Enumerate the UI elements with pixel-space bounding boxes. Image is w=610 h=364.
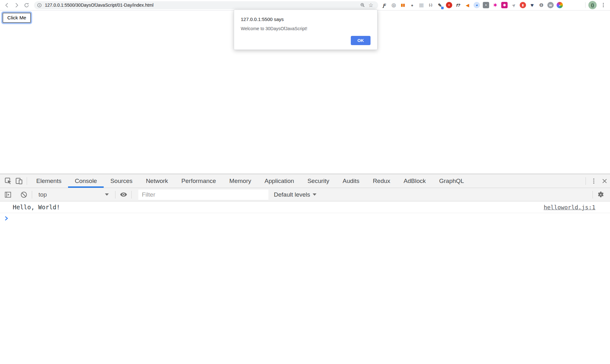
back-icon — [4, 2, 10, 8]
tab-sources[interactable]: Sources — [104, 174, 139, 188]
red-bookmark-extension-icon[interactable]: ▮ — [520, 2, 526, 8]
address-bar[interactable]: 127.0.0.1:5500/30DaysOfJavaScript/01-Day… — [34, 1, 378, 9]
reload-button[interactable] — [22, 0, 31, 10]
zoom-indicator-icon[interactable] — [358, 1, 367, 9]
tabbar-separator — [586, 177, 586, 185]
extension-badge — [552, 7, 554, 9]
stop-hand-extension-icon[interactable]: ● — [446, 2, 452, 8]
tab-application[interactable]: Application — [258, 174, 301, 188]
profile-avatar-glyph: {} — [591, 3, 594, 7]
device-toolbar-button[interactable] — [13, 176, 24, 186]
live-expression-eye-button[interactable] — [118, 189, 129, 200]
js-context-selector[interactable]: top — [35, 188, 113, 201]
reload-icon — [24, 2, 30, 8]
inspect-element-button[interactable] — [3, 176, 13, 186]
browser-toolbar: 127.0.0.1:5500/30DaysOfJavaScript/01-Day… — [0, 0, 610, 10]
clear-console-button[interactable] — [18, 189, 29, 200]
extension-badge — [395, 7, 398, 9]
back-button[interactable] — [2, 0, 12, 10]
megaphone-extension-icon[interactable]: ◀ — [464, 2, 471, 8]
tab-adblock[interactable]: AdBlock — [397, 174, 433, 188]
inspect-cursor-icon — [4, 177, 12, 185]
wave-extension-icon[interactable]: w — [547, 2, 554, 8]
f-question-extension-icon[interactable]: f? — [455, 2, 461, 8]
console-filter-input[interactable] — [138, 190, 268, 200]
tab-elements[interactable]: Elements — [30, 174, 68, 188]
extension-badge — [432, 7, 434, 9]
console-source-link[interactable]: helloworld.js:1 — [544, 204, 595, 211]
extension-badge — [469, 7, 471, 9]
heart-magnifier-extension-icon[interactable]: ♥ — [529, 2, 535, 8]
extension-badge — [561, 7, 564, 9]
tab-network[interactable]: Network — [139, 174, 175, 188]
console-toolbar: top Default levels — [0, 188, 610, 201]
log-levels-selector[interactable]: Default levels — [274, 191, 316, 198]
circle-dash-extension-icon[interactable]: ⊖ — [538, 2, 544, 8]
bookmark-star-icon[interactable]: ☆ — [367, 1, 375, 9]
devtools-tabs: Elements Console Sources Network Perform… — [30, 174, 471, 188]
code-brackets-extension-icon[interactable]: (-) — [427, 2, 434, 8]
extension-badge — [543, 7, 545, 9]
rainbow-ring-extension-icon[interactable]: ● — [557, 2, 563, 8]
url-text[interactable]: 127.0.0.1:5500/30DaysOfJavaScript/01-Day… — [45, 3, 358, 8]
extension-badge — [487, 7, 490, 9]
extension-badge — [524, 7, 527, 9]
tilted-arrow-extension-icon[interactable]: ➤ — [510, 2, 517, 8]
device-toolbar-icon — [15, 177, 23, 185]
tab-redux[interactable]: Redux — [366, 174, 397, 188]
clear-console-icon — [20, 191, 28, 199]
extension-badge — [515, 7, 517, 9]
tab-graphql[interactable]: GraphQL — [433, 174, 471, 188]
forward-icon — [14, 2, 20, 8]
kebab-menu-icon — [591, 178, 597, 184]
toolbar-separator — [131, 191, 132, 199]
pink-gear-extension-icon[interactable]: ✱ — [501, 2, 508, 8]
bug-extension-icon[interactable]: ● — [409, 2, 415, 8]
alert-message: Welcome to 30DaysOfJavaScript! — [241, 26, 371, 31]
console-prompt[interactable] — [0, 213, 610, 224]
toolbar-separator — [585, 2, 586, 8]
js-alert-dialog: 127.0.0.1:5500 says Welcome to 30DaysOfJ… — [234, 10, 378, 50]
extension-badge — [496, 7, 499, 9]
extension-badge — [506, 7, 508, 9]
console-messages: Hello, World! helloworld.js:1 — [0, 201, 610, 224]
chevron-down-icon — [105, 193, 109, 196]
tab-audits[interactable]: Audits — [336, 174, 366, 188]
toolbar-separator — [593, 191, 593, 199]
tab-memory[interactable]: Memory — [223, 174, 258, 188]
tab-console[interactable]: Console — [68, 174, 104, 188]
orbit-target-extension-icon[interactable]: ◎ — [391, 2, 397, 8]
extension-badge — [386, 7, 388, 9]
site-info-icon[interactable] — [37, 3, 42, 8]
tab-security[interactable]: Security — [301, 174, 336, 188]
profile-avatar[interactable]: {} — [588, 1, 597, 9]
devtools-close-button[interactable] — [599, 176, 610, 186]
forward-button[interactable] — [12, 0, 22, 10]
tab-performance[interactable]: Performance — [175, 174, 223, 188]
click-me-button[interactable]: Click Me — [3, 13, 31, 23]
devtools-tabbar: Elements Console Sources Network Perform… — [0, 174, 610, 188]
console-sidebar-toggle-button[interactable] — [3, 189, 13, 200]
blue-swirl-extension-icon[interactable]: ◕ — [474, 2, 480, 8]
orange-columns-extension-icon[interactable]: ▮▮ — [400, 2, 406, 8]
devtools-menu-button[interactable] — [588, 176, 599, 186]
sidebar-drawer-icon — [4, 191, 12, 199]
pink-hexagram-extension-icon[interactable]: ✶ — [492, 2, 498, 8]
extension-badge — [423, 7, 425, 9]
js-context-label: top — [38, 191, 105, 198]
console-settings-button[interactable] — [595, 189, 606, 200]
camera-extension-icon[interactable]: ● — [483, 2, 489, 8]
console-message-row: Hello, World! helloworld.js:1 — [0, 201, 610, 213]
kebab-menu-icon — [600, 2, 606, 8]
alert-ok-button[interactable]: OK — [351, 36, 371, 45]
close-icon — [601, 178, 608, 185]
browser-menu-button[interactable] — [599, 1, 607, 9]
extension-badge — [533, 7, 536, 9]
tabbar-separator — [27, 177, 27, 185]
eye-icon — [119, 190, 128, 199]
colorzilla-eyedropper-extension-icon[interactable]: ✎ — [437, 2, 443, 8]
extension-badge — [450, 7, 453, 9]
fireshot-extension-icon[interactable]: Ƒ — [381, 2, 388, 8]
extensions-bar: Ƒ ◎ ▮▮ ● ▦ (-) — [381, 2, 563, 8]
grid-faded-extension-icon[interactable]: ▦ — [418, 2, 425, 8]
